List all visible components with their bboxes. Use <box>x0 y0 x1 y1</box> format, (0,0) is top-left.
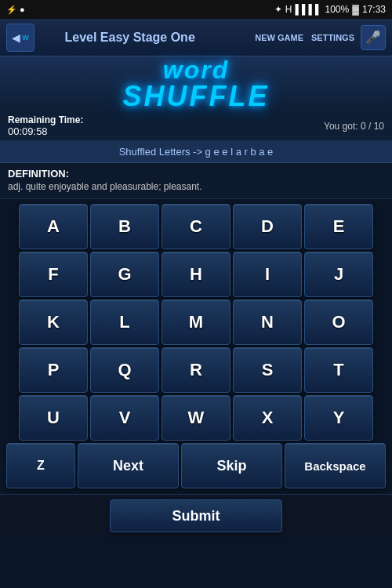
key-b[interactable]: B <box>90 204 159 249</box>
skip-button[interactable]: Skip <box>181 443 282 488</box>
backspace-button[interactable]: Backspace <box>285 443 386 488</box>
key-row-1: A B C D E <box>3 204 389 249</box>
score-section: You got: 0 / 10 <box>324 121 384 132</box>
signal-icon: H <box>285 4 292 15</box>
page-title: Level Easy Stage One <box>6 31 253 45</box>
submit-bar: Submit <box>0 494 392 537</box>
shuffled-bar: Shuffled Letters -> g e e l a r b a e <box>0 141 392 163</box>
next-button[interactable]: Next <box>78 443 179 488</box>
key-l[interactable]: L <box>90 299 159 345</box>
key-k[interactable]: K <box>19 299 88 345</box>
info-bar: Remaining Time: 00:09:58 You got: 0 / 10 <box>0 111 392 141</box>
key-row-4: P Q R S T <box>3 347 389 393</box>
key-c[interactable]: C <box>162 204 230 249</box>
submit-button[interactable]: Submit <box>110 499 282 532</box>
header: ◀ W Level Easy Stage One NEW GAME SETTIN… <box>0 19 392 56</box>
definition-title: DEFINITION: <box>8 168 384 180</box>
key-e[interactable]: E <box>304 204 373 249</box>
bluetooth-icon: ✦ <box>274 4 282 15</box>
key-w[interactable]: W <box>162 395 230 441</box>
signal-bars: ▌▌▌▌ <box>296 4 322 15</box>
key-o[interactable]: O <box>304 299 373 345</box>
new-game-button[interactable]: NEW GAME <box>253 30 305 45</box>
key-row-5: U V W X Y <box>3 395 389 441</box>
status-right: ✦ H ▌▌▌▌ 100% ▓ 17:33 <box>274 4 386 15</box>
key-d[interactable]: D <box>233 204 302 249</box>
key-q[interactable]: Q <box>90 347 159 393</box>
key-v[interactable]: V <box>90 395 159 441</box>
remaining-time-label: Remaining Time: <box>8 114 83 125</box>
logo-shuffle: SHUFFLE <box>123 82 270 111</box>
key-z[interactable]: Z <box>6 443 75 488</box>
definition-area: DEFINITION: adj. quite enjoyable and ple… <box>0 163 392 199</box>
action-row: Z Next Skip Backspace <box>3 443 389 488</box>
status-icons: ⚡ ● <box>6 5 25 15</box>
mic-button[interactable]: 🎤 <box>361 25 386 50</box>
battery-icon: ▓ <box>352 4 359 15</box>
definition-text: adj. quite enjoyable and pleasurable; pl… <box>8 181 384 192</box>
key-r[interactable]: R <box>162 347 230 393</box>
key-h[interactable]: H <box>162 252 230 297</box>
clock: 17:33 <box>362 4 386 15</box>
settings-button[interactable]: SETTINGS <box>310 30 356 45</box>
key-j[interactable]: J <box>304 252 373 297</box>
time-value: 00:09:58 <box>8 125 48 137</box>
game-logo: word SHUFFLE <box>123 57 270 111</box>
key-i[interactable]: I <box>233 252 302 297</box>
logo-word: word <box>123 57 270 82</box>
battery-percent: 100% <box>325 4 350 15</box>
key-m[interactable]: M <box>162 299 230 345</box>
key-p[interactable]: P <box>19 347 88 393</box>
key-u[interactable]: U <box>19 395 88 441</box>
time-section: Remaining Time: 00:09:58 <box>8 114 83 137</box>
key-a[interactable]: A <box>19 204 88 249</box>
nav-buttons: NEW GAME SETTINGS 🎤 <box>253 25 386 50</box>
key-f[interactable]: F <box>19 252 88 297</box>
mic-icon: 🎤 <box>365 30 381 45</box>
key-t[interactable]: T <box>304 347 373 393</box>
status-bar: ⚡ ● ✦ H ▌▌▌▌ 100% ▓ 17:33 <box>0 0 392 19</box>
key-x[interactable]: X <box>233 395 302 441</box>
key-row-2: F G H I J <box>3 252 389 297</box>
key-n[interactable]: N <box>233 299 302 345</box>
status-left: ⚡ ● <box>6 5 25 15</box>
key-y[interactable]: Y <box>304 395 373 441</box>
key-g[interactable]: G <box>90 252 159 297</box>
key-row-3: K L M N O <box>3 299 389 345</box>
keyboard: A B C D E F G H I J K L M N O P Q R S T … <box>0 199 392 494</box>
key-s[interactable]: S <box>233 347 302 393</box>
logo-area: word SHUFFLE <box>0 56 392 111</box>
shuffled-letters-text: Shuffled Letters -> g e e l a r b a e <box>119 146 274 158</box>
score-value: You got: 0 / 10 <box>324 121 384 132</box>
